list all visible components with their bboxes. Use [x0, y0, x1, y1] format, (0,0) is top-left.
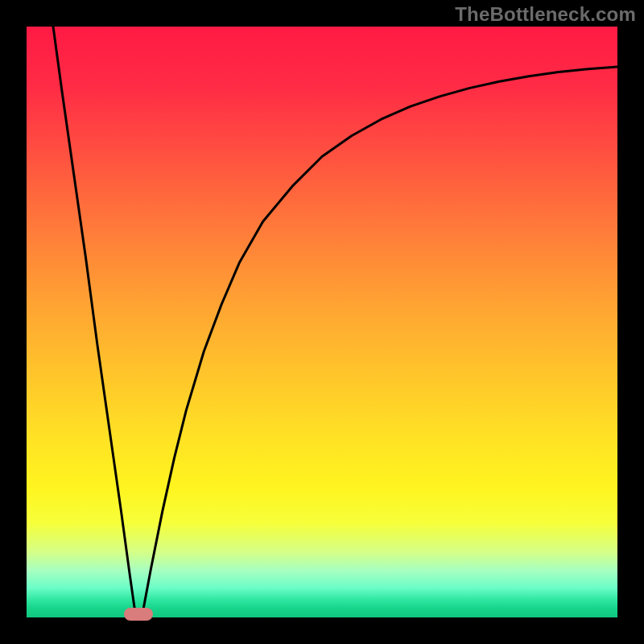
chart-plot-area: [27, 27, 617, 617]
chart-frame: TheBottleneck.com: [0, 0, 644, 644]
chart-line-layer: [27, 27, 617, 617]
watermark-text: TheBottleneck.com: [455, 3, 636, 26]
bottleneck-curve: [53, 27, 617, 617]
optimal-point-marker: [124, 608, 153, 621]
